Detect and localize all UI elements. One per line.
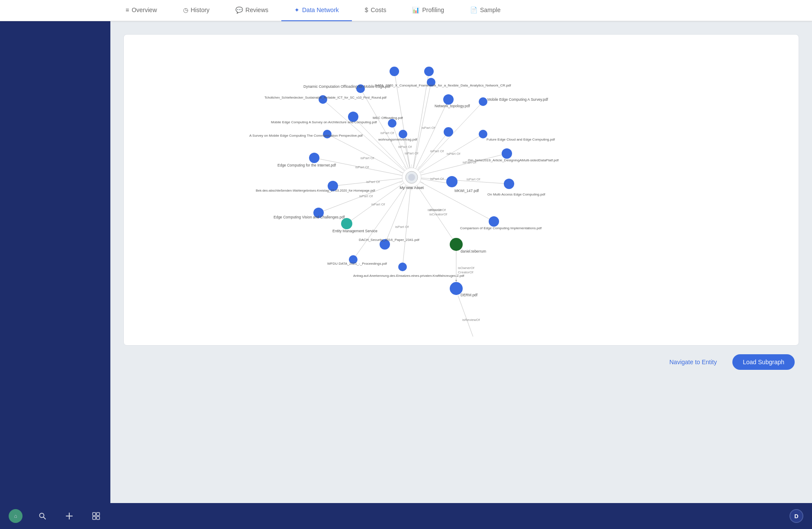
svg-text:WFDU DATA_2021_-_Proceedings.p: WFDU DATA_2021_-_Proceedings.pdf: [327, 262, 387, 266]
svg-text:isReviewOf: isReviewOf: [462, 318, 480, 322]
svg-text:DERM.pdf: DERM.pdf: [461, 293, 478, 297]
svg-text:A Survey on Mobile Edge Comput: A Survey on Mobile Edge Computing The Co…: [249, 134, 363, 138]
search-icon[interactable]: [35, 509, 49, 523]
load-subgraph-button[interactable]: Load Subgraph: [732, 354, 795, 370]
svg-text:Mobile Edge Computing A Survey: Mobile Edge Computing A Survey on Archit…: [271, 120, 377, 124]
svg-text:MKWI_147.pdf: MKWI_147.pdf: [454, 189, 479, 193]
tab-costs[interactable]: $ Costs: [352, 0, 400, 21]
svg-point-93: [504, 179, 514, 189]
svg-text:isPart Of: isPart Of: [366, 180, 380, 184]
svg-text:My new Asset: My new Asset: [400, 186, 424, 190]
svg-point-76: [388, 119, 396, 128]
svg-line-50: [417, 166, 420, 169]
sidebar: [0, 0, 110, 529]
svg-point-85: [502, 148, 512, 159]
tab-profiling[interactable]: 📊 Profiling: [399, 0, 457, 21]
svg-text:Network_topology.pdf: Network_topology.pdf: [435, 104, 470, 108]
svg-point-63: [424, 67, 434, 76]
svg-point-72: [479, 97, 487, 106]
svg-text:isPart Of: isPart Of: [361, 156, 374, 160]
svg-text:isPart Of: isPart Of: [447, 152, 461, 156]
svg-point-97: [341, 218, 352, 229]
svg-text:Edge Computing Vision and Chal: Edge Computing Vision and Challenges.pdf: [274, 215, 345, 219]
svg-text:Comparison of Edge Computing I: Comparison of Edge Computing Implementat…: [460, 226, 542, 230]
action-buttons: Navigate to Entity Load Subgraph: [123, 354, 799, 370]
home-icon[interactable]: ⌂: [9, 509, 23, 523]
svg-line-8: [412, 102, 483, 177]
svg-text:isOwnerOf: isOwnerOf: [458, 266, 475, 270]
svg-point-82: [444, 127, 453, 137]
svg-point-62: [390, 67, 399, 76]
tab-data-network[interactable]: ✦ Data Network: [281, 0, 352, 21]
svg-text:Antrag-auf-Anerkennung-des-Ein: Antrag-auf-Anerkennung-des-Einsatzes-ein…: [353, 274, 464, 278]
svg-text:Bek-des-abschließenden-Wahlerg: Bek-des-abschließenden-Wahlergebnises-Kr…: [256, 189, 375, 192]
svg-text:On Multi-Access Edge Computing: On Multi-Access Edge Computing.pdf: [487, 192, 545, 196]
data-network-icon: ✦: [294, 6, 300, 13]
reviews-icon: 💬: [235, 6, 243, 13]
svg-text:isPart Of: isPart Of: [355, 165, 369, 169]
svg-text:Mobile Edge Computing A Survey: Mobile Edge Computing A Survey.pdf: [487, 97, 548, 102]
svg-line-20: [412, 154, 507, 177]
top-navigation: ≡ Overview ◷ History 💬 Reviews ✦ Data Ne…: [0, 0, 812, 21]
svg-line-51: [421, 172, 424, 173]
svg-text:isPart Of: isPart Of: [359, 194, 373, 198]
svg-text:isPart Of: isPart Of: [380, 131, 394, 135]
svg-rect-120: [97, 516, 100, 519]
graph-container: isPart Of isPart Of isPart Of isPart Of: [123, 34, 799, 346]
overview-icon: ≡: [126, 6, 129, 13]
svg-text:isPart Of: isPart Of: [467, 177, 480, 181]
svg-point-99: [489, 216, 499, 227]
costs-icon: $: [365, 6, 368, 13]
svg-line-4: [412, 82, 431, 177]
svg-line-18: [412, 134, 483, 177]
svg-text:isPart Of: isPart Of: [395, 225, 409, 229]
svg-text:Entity Management Service: Entity Management Service: [332, 229, 377, 233]
svg-text:Gio-Jarke2019_Article_Designin: Gio-Jarke2019_Article_DesigningAMulti-si…: [468, 158, 559, 162]
tab-history[interactable]: ◷ History: [170, 0, 223, 21]
svg-point-83: [479, 130, 487, 138]
svg-point-60: [408, 174, 415, 181]
bottom-bar: ⌂ D: [0, 503, 812, 529]
main-content: isPart Of isPart Of isPart Of isPart Of: [110, 21, 812, 529]
svg-line-42: [403, 177, 412, 267]
svg-line-58: [403, 166, 406, 169]
svg-point-87: [309, 153, 319, 163]
svg-text:Tcholtchev_Schieferdecker_Sust: Tcholtchev_Schieferdecker_Sustainable_Re…: [264, 96, 387, 99]
svg-point-78: [399, 130, 407, 138]
svg-text:isPart Of: isPart Of: [430, 149, 444, 153]
svg-line-46: [458, 295, 476, 337]
history-icon: ◷: [183, 6, 188, 13]
svg-text:MEC Offloading.pdf: MEC Offloading.pdf: [373, 116, 403, 120]
svg-text:isPart Of: isPart Of: [371, 202, 385, 206]
profiling-icon: 📊: [412, 6, 419, 13]
svg-text:DACH_Security_2016_Paper_2341.: DACH_Security_2016_Paper_2341.pdf: [359, 238, 419, 242]
svg-text:DATA_2020_X_Conceptual_Framewo: DATA_2020_X_Conceptual_Framework_for_a_f…: [375, 83, 511, 87]
svg-text:wohnungsmietvertrag.pdf: wohnungsmietvertrag.pdf: [378, 138, 418, 141]
svg-text:Edge Computing for the Interne: Edge Computing for the Internet.pdf: [277, 163, 336, 167]
svg-rect-119: [93, 516, 96, 519]
sample-icon: 📄: [470, 6, 477, 13]
tab-sample[interactable]: 📄 Sample: [457, 0, 513, 21]
tab-reviews[interactable]: 💬 Reviews: [222, 0, 281, 21]
svg-point-70: [443, 94, 454, 105]
svg-text:Future Edge Cloud and Edge Com: Future Edge Cloud and Edge Computing.pdf: [487, 138, 555, 141]
svg-line-28: [412, 177, 509, 184]
svg-rect-117: [93, 513, 96, 516]
add-icon[interactable]: [62, 509, 76, 523]
svg-point-91: [446, 176, 458, 187]
tab-overview[interactable]: ≡ Overview: [113, 0, 170, 21]
graph-svg: isPart Of isPart Of isPart Of isPart Of: [132, 43, 790, 337]
svg-text:daniel.teberrum: daniel.teberrum: [461, 249, 486, 253]
grid-icon[interactable]: [89, 509, 103, 523]
svg-text:isCreatorOf: isCreatorOf: [429, 212, 448, 216]
svg-line-114: [44, 517, 46, 519]
svg-text:isPart Of: isPart Of: [405, 151, 419, 155]
svg-text:isPart Of: isPart Of: [422, 126, 435, 130]
svg-point-107: [398, 263, 407, 271]
network-graph[interactable]: isPart Of isPart Of isPart Of isPart Of: [132, 43, 790, 337]
svg-text:isOwnerOf: isOwnerOf: [429, 208, 446, 212]
navigate-to-entity-button[interactable]: Navigate to Entity: [663, 355, 724, 369]
svg-line-32: [347, 177, 412, 224]
user-avatar[interactable]: D: [789, 509, 803, 523]
svg-rect-118: [97, 513, 100, 516]
